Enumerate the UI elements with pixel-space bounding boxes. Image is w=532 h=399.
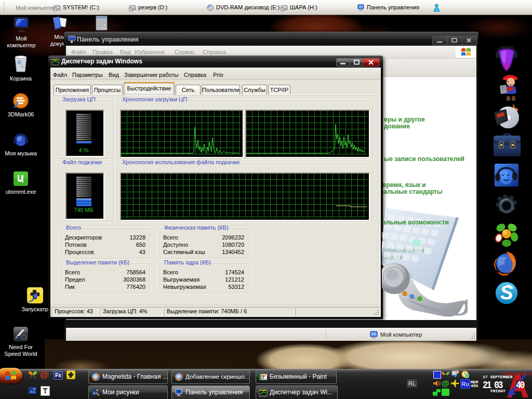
svg-text:4 %: 4 % [79,147,89,153]
svg-text:740 МБ: 740 МБ [74,207,94,213]
